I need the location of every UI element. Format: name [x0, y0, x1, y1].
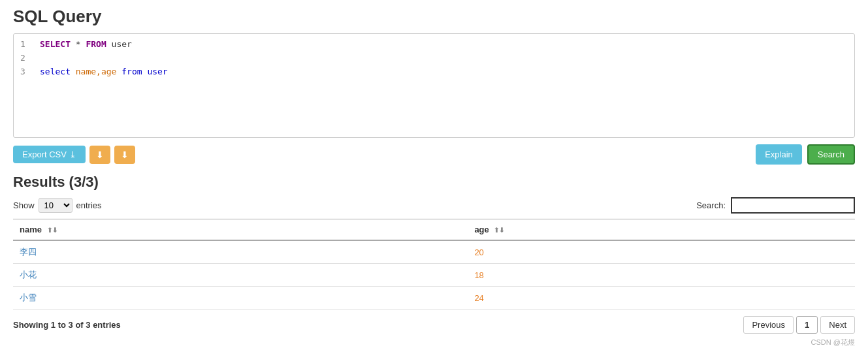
- filter-button-1[interactable]: ⬇: [89, 146, 110, 164]
- page-1-button[interactable]: 1: [796, 316, 818, 334]
- table-controls: Show 10 25 50 100 entries Search:: [13, 197, 855, 214]
- sql-editor[interactable]: 1 SELECT * FROM user 2 3 select name,age…: [13, 33, 855, 138]
- table-row: 小雪24: [13, 287, 855, 310]
- table-row: 李四20: [13, 240, 855, 264]
- results-table: name ⬆⬇ age ⬆⬇ 李四20小花18小雪24: [13, 219, 855, 310]
- entries-label: entries: [76, 200, 102, 210]
- showing-text: Showing 1 to 3 of 3 entries: [13, 320, 121, 330]
- previous-button[interactable]: Previous: [743, 316, 794, 334]
- cell-age: 20: [468, 240, 855, 264]
- search-box: Search:: [696, 197, 855, 214]
- page-title: SQL Query: [13, 7, 855, 27]
- showing-total: 3: [86, 320, 90, 330]
- showing-from: 1: [51, 320, 56, 330]
- show-entries: Show 10 25 50 100 entries: [13, 198, 102, 213]
- cell-name: 李四: [13, 240, 468, 264]
- cell-name: 小雪: [13, 287, 468, 310]
- entries-select[interactable]: 10 25 50 100: [39, 198, 72, 213]
- code-content-1: SELECT * FROM user: [40, 38, 132, 52]
- export-csv-button[interactable]: Export CSV ⤓: [13, 146, 86, 163]
- code-line-2: 2: [20, 52, 848, 65]
- search-button[interactable]: Search: [807, 144, 855, 165]
- toolbar: Export CSV ⤓ ⬇ ⬇ Explain Search: [13, 144, 855, 165]
- showing-prefix: Showing: [13, 320, 51, 330]
- showing-suffix: entries: [93, 320, 121, 330]
- filter-icon-2: ⬇: [121, 150, 129, 160]
- pagination: Previous 1 Next: [743, 316, 855, 334]
- line-number-1: 1: [20, 38, 33, 52]
- search-input[interactable]: [731, 197, 855, 214]
- table-header-row: name ⬆⬇ age ⬆⬇: [13, 219, 855, 241]
- filter-button-2[interactable]: ⬇: [114, 146, 135, 164]
- table-row: 小花18: [13, 264, 855, 287]
- results-title: Results (3/3): [13, 174, 855, 191]
- sort-icon-name: ⬆⬇: [47, 227, 57, 234]
- search-label: Search:: [696, 200, 726, 210]
- explain-button[interactable]: Explain: [756, 144, 802, 165]
- cell-age: 18: [468, 264, 855, 287]
- col-header-age[interactable]: age ⬆⬇: [468, 219, 855, 241]
- sort-icon-age: ⬆⬇: [494, 227, 504, 234]
- pagination-row: Showing 1 to 3 of 3 entries Previous 1 N…: [13, 316, 855, 334]
- code-line-3: 3 select name,age from user: [20, 65, 848, 79]
- show-label: Show: [13, 200, 35, 210]
- next-button[interactable]: Next: [820, 316, 855, 334]
- code-line-1: 1 SELECT * FROM user: [20, 38, 848, 52]
- filter-icon-1: ⬇: [96, 150, 104, 160]
- showing-to-prefix: to: [58, 320, 69, 330]
- watermark: CSDN @花煜: [13, 338, 855, 347]
- showing-of: of: [75, 320, 86, 330]
- code-content-2: [40, 52, 45, 65]
- col-header-name[interactable]: name ⬆⬇: [13, 219, 468, 241]
- code-content-3: select name,age from user: [40, 65, 168, 79]
- toolbar-right: Explain Search: [756, 144, 855, 165]
- export-icon: ⤓: [69, 150, 76, 159]
- line-number-3: 3: [20, 65, 33, 79]
- cell-age: 24: [468, 287, 855, 310]
- line-number-2: 2: [20, 52, 33, 65]
- cell-name: 小花: [13, 264, 468, 287]
- showing-to: 3: [69, 320, 73, 330]
